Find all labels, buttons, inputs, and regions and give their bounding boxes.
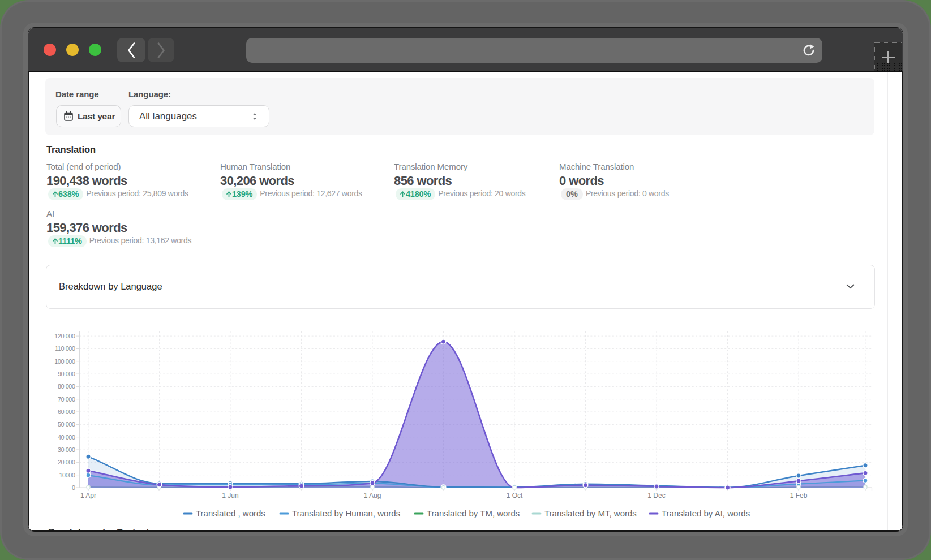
svg-text:10000: 10000	[59, 472, 75, 479]
svg-text:100 000: 100 000	[54, 358, 75, 365]
svg-text:Translated , words: Translated , words	[196, 509, 265, 518]
svg-text:Translated by Human, words: Translated by Human, words	[292, 509, 400, 518]
svg-text:90 000: 90 000	[58, 371, 75, 377]
svg-text:50 000: 50 000	[58, 421, 75, 428]
svg-text:80 000: 80 000	[58, 383, 75, 390]
svg-text:60 000: 60 000	[58, 408, 75, 415]
svg-text:70 000: 70 000	[58, 396, 75, 403]
svg-text:Translated by AI, words: Translated by AI, words	[662, 509, 750, 518]
svg-text:Translated by MT, words: Translated by MT, words	[544, 509, 637, 518]
svg-text:1 Jun: 1 Jun	[222, 492, 238, 499]
svg-text:1 Oct: 1 Oct	[507, 492, 523, 499]
svg-text:0: 0	[72, 484, 75, 491]
svg-text:1 Dec: 1 Dec	[647, 492, 665, 499]
svg-text:110 000: 110 000	[55, 345, 75, 352]
svg-text:1 Aug: 1 Aug	[364, 492, 381, 499]
svg-text:40 000: 40 000	[58, 434, 75, 441]
svg-text:1 Feb: 1 Feb	[790, 492, 808, 499]
svg-text:30 000: 30 000	[58, 446, 75, 453]
svg-text:120 000: 120 000	[54, 333, 75, 339]
svg-text:20 000: 20 000	[58, 459, 75, 466]
svg-text:1 Apr: 1 Apr	[80, 492, 96, 499]
svg-text:Translated by TM, words: Translated by TM, words	[427, 509, 520, 518]
